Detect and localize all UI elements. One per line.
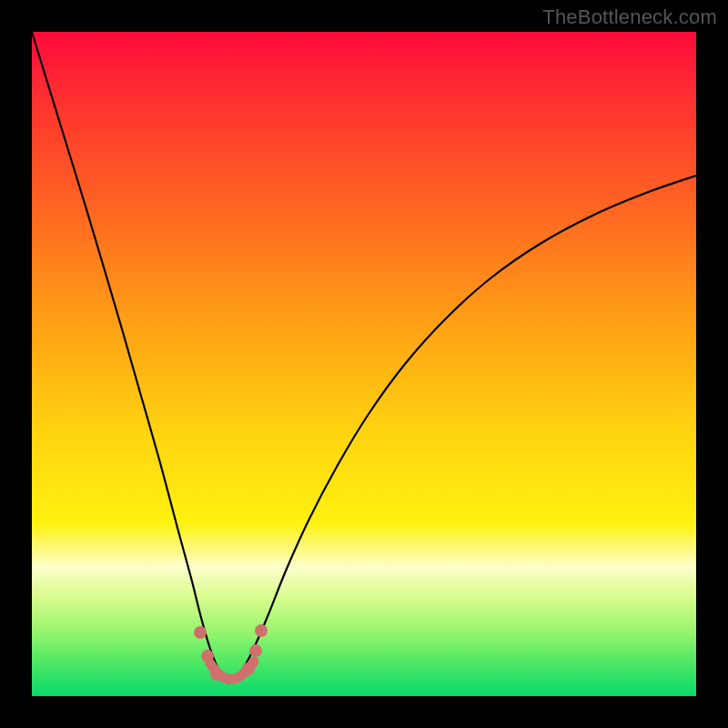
bottleneck-curve-svg bbox=[32, 32, 696, 696]
valley-marker-dots bbox=[194, 624, 268, 681]
chart-plot-area bbox=[32, 32, 696, 696]
valley-dot bbox=[201, 650, 214, 662]
valley-dot bbox=[242, 662, 255, 675]
valley-dot bbox=[249, 644, 262, 657]
watermark-text: TheBottleneck.com bbox=[542, 5, 717, 29]
valley-dot bbox=[255, 624, 268, 637]
valley-dot bbox=[194, 626, 207, 639]
bottleneck-curve-path bbox=[32, 32, 696, 682]
valley-dot bbox=[210, 668, 223, 681]
